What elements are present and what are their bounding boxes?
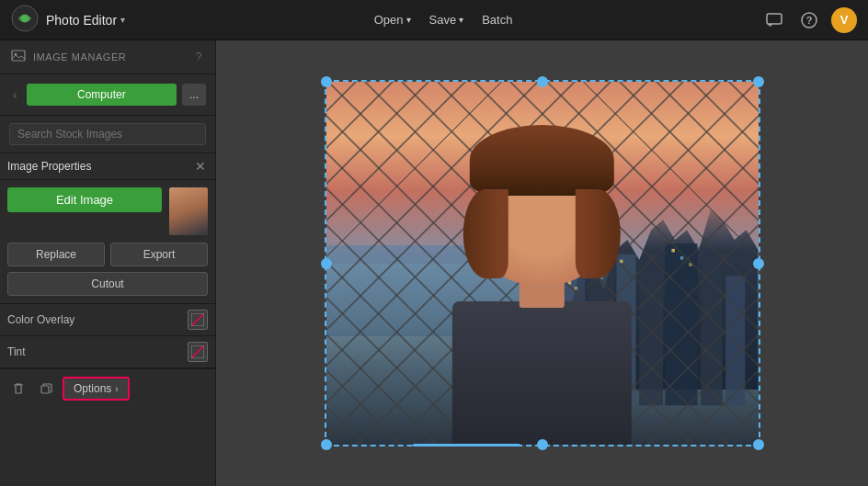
app-logo[interactable] (11, 5, 39, 35)
top-bar: Photo Editor ▾ Open ▾ Save ▾ Batch ? V (0, 0, 868, 40)
color-overlay-row: Color Overlay (0, 303, 215, 335)
tint-label: Tint (7, 345, 188, 358)
replace-btn[interactable]: Replace (7, 243, 105, 266)
props-close-btn[interactable]: ✕ (193, 159, 208, 174)
svg-line-8 (191, 313, 204, 326)
panel-header: IMAGE MANAGER ? (0, 40, 215, 74)
arrow-left-btn[interactable]: ‹ (9, 85, 21, 104)
image-properties-panel: Image Properties ✕ Edit Image Replace Ex… (0, 153, 215, 368)
upload-area: ‹ Computer ... (0, 74, 215, 116)
batch-btn[interactable]: Batch (473, 9, 521, 30)
search-area (0, 116, 215, 153)
left-panel: IMAGE MANAGER ? ‹ Computer ... Image Pro… (0, 40, 216, 486)
app-title-chevron: ▾ (120, 15, 125, 25)
duplicate-icon-btn[interactable] (35, 378, 57, 400)
tint-row: Tint (0, 335, 215, 367)
app-title[interactable]: Photo Editor ▾ (46, 13, 125, 28)
props-title: Image Properties (7, 160, 193, 173)
svg-rect-5 (12, 51, 25, 61)
save-chevron-icon: ▾ (459, 15, 463, 25)
open-chevron-icon: ▾ (406, 15, 411, 25)
cutout-btn[interactable]: Cutout (7, 272, 208, 296)
canvas-area[interactable] (216, 40, 868, 486)
svg-rect-13 (41, 386, 49, 393)
svg-line-11 (191, 345, 204, 358)
props-header: Image Properties ✕ (0, 153, 215, 180)
main-area: IMAGE MANAGER ? ‹ Computer ... Image Pro… (0, 40, 868, 486)
svg-point-1 (21, 15, 29, 22)
stock-search-input[interactable] (9, 123, 206, 145)
edit-image-btn[interactable]: Edit Image (7, 187, 162, 212)
delete-icon-btn[interactable] (7, 378, 29, 400)
image-manager-icon (9, 48, 28, 66)
tint-icon[interactable] (188, 342, 208, 362)
canvas-photo[interactable] (326, 82, 759, 445)
user-avatar[interactable]: V (831, 7, 857, 33)
save-menu-btn[interactable]: Save ▾ (420, 9, 474, 30)
svg-rect-2 (767, 14, 782, 24)
image-thumbnail (169, 187, 208, 235)
more-options-btn[interactable]: ... (182, 84, 206, 106)
color-overlay-icon[interactable] (188, 310, 208, 330)
computer-upload-btn[interactable]: Computer (27, 84, 177, 106)
canvas-image-container[interactable] (326, 82, 759, 445)
options-chevron-icon: › (115, 384, 118, 394)
panel-title: IMAGE MANAGER (33, 51, 186, 62)
svg-text:?: ? (806, 15, 813, 26)
open-menu-btn[interactable]: Open ▾ (365, 9, 420, 30)
panel-help-icon[interactable]: ? (191, 50, 206, 64)
options-row: Options › (0, 368, 215, 408)
help-icon-btn[interactable]: ? (796, 7, 822, 33)
export-btn[interactable]: Export (110, 243, 208, 266)
chat-icon-btn[interactable] (761, 7, 787, 33)
options-btn[interactable]: Options › (63, 377, 130, 401)
color-overlay-label: Color Overlay (7, 313, 188, 326)
progress-bar (413, 444, 521, 446)
